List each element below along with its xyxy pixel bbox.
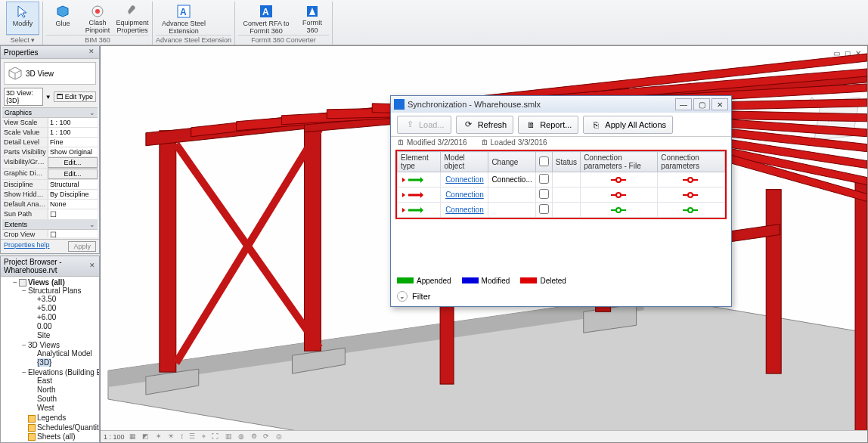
properties-header[interactable]: Properties ✕ — [1, 46, 99, 59]
tree-node[interactable]: Legends — [20, 414, 98, 423]
row-checkbox[interactable] — [535, 187, 552, 203]
modify-button[interactable]: Modify — [6, 2, 39, 35]
sync-table[interactable]: Element typeModel objectChangeStatusConn… — [397, 151, 725, 218]
close-icon[interactable]: ✕ — [87, 48, 96, 57]
col-header[interactable]: Element type — [398, 152, 441, 172]
prop-row[interactable]: DisciplineStructural — [2, 180, 98, 190]
tree-node[interactable]: Site — [29, 331, 98, 340]
row-checkbox[interactable] — [535, 203, 552, 218]
cube-icon — [8, 66, 23, 81]
tree-node[interactable]: East — [29, 376, 98, 386]
type-selector[interactable]: 3D View — [4, 62, 96, 85]
tree-node[interactable]: −3D Views Analytical Model {3D} — [20, 341, 98, 368]
status-icons[interactable]: ▦ ◩ ✶ ☀ ⟟ ☰ ⌖ ⛶ ▥ ◍ ⚙ ⟳ ◎ — [129, 432, 284, 441]
col-header[interactable] — [535, 152, 552, 172]
dialog-legend: AppendedModifiedDeleted — [391, 272, 731, 290]
equip-button[interactable]: Equipment Properties — [116, 2, 149, 35]
refresh-icon: ⟳ — [463, 119, 475, 131]
tree-node[interactable]: North — [29, 386, 98, 395]
status-cell — [552, 187, 580, 203]
clash-button[interactable]: Clash Pinpoint — [81, 2, 114, 35]
apply-button[interactable]: Apply — [68, 241, 96, 252]
tree-node[interactable]: West — [29, 404, 98, 413]
project-browser-panel: Project Browser - Wharehouse.rvt ✕ −View… — [0, 256, 100, 443]
prop-section-graphics[interactable]: Graphics⌄ — [2, 108, 98, 118]
prop-row[interactable]: Sun Path — [2, 209, 98, 220]
upload-icon: ⇪ — [404, 119, 416, 131]
prop-section-extents[interactable]: Extents⌄ — [2, 220, 98, 230]
prop-row[interactable]: Detail LevelFine — [2, 138, 98, 147]
svg-point-43 — [688, 178, 693, 182]
view-status-bar: 1 : 100 ▦ ◩ ✶ ☀ ⟟ ☰ ⌖ ⛶ ▥ ◍ ⚙ ⟳ ◎ — [101, 430, 867, 442]
svg-point-2 — [95, 9, 100, 14]
status-cell — [552, 203, 580, 218]
conn-params-file-icon — [581, 203, 658, 218]
prop-row[interactable]: Graphic Displa...Edit... — [2, 169, 98, 180]
prop-row[interactable]: Scale Value1 : 100 — [2, 128, 98, 138]
row-checkbox[interactable] — [535, 172, 552, 187]
convrfa-button[interactable]: AConvert RFA to FormIt 360 — [238, 2, 294, 35]
model-object-link[interactable]: Connection — [441, 203, 488, 218]
glue-button[interactable]: Glue — [46, 2, 79, 35]
tree-node[interactable]: Schedules/Quantities — [20, 423, 98, 432]
ribbon-group-label: FormIt 360 Converter — [238, 35, 329, 45]
col-header[interactable]: Connection parameters - File — [581, 152, 658, 172]
properties-title: Properties — [4, 48, 39, 57]
col-header[interactable]: Connection parameters — [658, 152, 725, 172]
close-icon[interactable]: ✕ — [89, 262, 96, 271]
table-row[interactable]: ConnectionConnectio... — [398, 172, 725, 187]
project-browser-header[interactable]: Project Browser - Wharehouse.rvt ✕ — [1, 256, 99, 277]
prop-row[interactable]: Show Hidden ...By Discipline — [2, 190, 98, 200]
edit-type-button[interactable]: 🗔 Edit Type — [54, 91, 96, 102]
project-browser-tree[interactable]: −Views (all)−Structural Plans +3.50 +5.0… — [1, 277, 99, 443]
tree-node[interactable]: −Structural Plans +3.50 +5.00 +6.00 0.00… — [20, 287, 98, 341]
col-header[interactable]: Model object — [441, 152, 488, 172]
svg-rect-18 — [160, 131, 176, 372]
asext-button[interactable]: AAdvance Steel Extension — [156, 2, 212, 35]
synchronization-dialog[interactable]: Synchronization - Wharehouse.smlx — ▢ ✕ … — [390, 95, 732, 307]
table-row[interactable]: Connection — [398, 203, 725, 218]
tree-node[interactable]: +6.00 — [29, 313, 98, 322]
tree-root[interactable]: −Views (all)−Structural Plans +3.50 +5.0… — [11, 278, 98, 443]
report-button[interactable]: 🗎Report... — [518, 116, 578, 134]
refresh-button[interactable]: ⟳Refresh — [456, 116, 514, 134]
model-object-link[interactable]: Connection — [441, 187, 488, 203]
table-row[interactable]: Connection — [398, 187, 725, 203]
minimize-button[interactable]: — — [675, 98, 692, 110]
formit-button[interactable]: FormIt 360 — [296, 2, 329, 35]
prop-row[interactable]: View Scale1 : 100 — [2, 118, 98, 128]
prop-row[interactable]: Crop View — [2, 230, 98, 237]
convert-icon: A — [259, 4, 274, 19]
maximize-button[interactable]: ▢ — [693, 98, 710, 110]
tree-node[interactable]: +5.00 — [29, 304, 98, 313]
tree-node[interactable]: Sheets (all) — [20, 432, 98, 441]
tree-node[interactable]: −Elevations (Building Elevation) East No… — [20, 368, 98, 414]
prop-row[interactable]: Default Analysi...None — [2, 200, 98, 209]
project-browser-title: Project Browser - Wharehouse.rvt — [4, 258, 89, 274]
col-header[interactable]: Status — [552, 152, 580, 172]
element-type-icon — [398, 187, 441, 203]
apply-all-button[interactable]: ⎘Apply All Actions — [583, 116, 673, 134]
load-button[interactable]: ⇪Load... — [397, 116, 451, 134]
tree-node[interactable]: South — [29, 395, 98, 404]
prop-row[interactable]: Parts VisibilityShow Original — [2, 147, 98, 157]
tree-node[interactable]: {3D} — [29, 358, 98, 367]
chevron-down-icon[interactable]: ⌄ — [397, 291, 408, 302]
select-all-checkbox[interactable] — [539, 156, 549, 166]
close-button[interactable]: ✕ — [711, 98, 728, 110]
prop-row[interactable]: Visibility/Grap...Edit... — [2, 157, 98, 169]
properties-help-link[interactable]: Properties help — [4, 241, 50, 252]
tree-node[interactable]: +3.50 — [29, 295, 98, 304]
properties-body: 3D View 3D View: {3D} ▼ 🗔 Edit Type Grap… — [1, 59, 99, 239]
svg-rect-22 — [766, 190, 781, 374]
model-object-link[interactable]: Connection — [441, 172, 488, 187]
dialog-titlebar[interactable]: Synchronization - Wharehouse.smlx — ▢ ✕ — [391, 96, 731, 113]
tree-node[interactable]: Analytical Model — [29, 349, 98, 358]
filter-row[interactable]: ⌄ Filter — [391, 290, 731, 306]
col-header[interactable]: Change — [488, 152, 535, 172]
type-selector-label: 3D View — [26, 70, 54, 78]
scale-label[interactable]: 1 : 100 — [104, 433, 125, 441]
tree-node[interactable]: 0.00 — [29, 322, 98, 331]
view-combo[interactable]: 3D View: {3D} — [4, 88, 43, 106]
left-column: Properties ✕ 3D View 3D View: {3D} ▼ 🗔 E… — [0, 45, 100, 443]
